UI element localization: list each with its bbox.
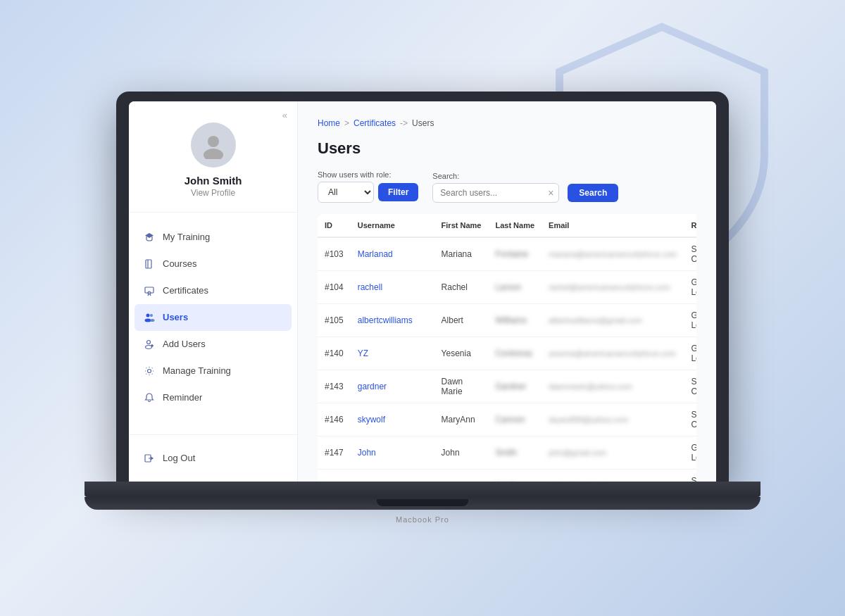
username-link[interactable]: YZ <box>358 348 368 358</box>
logout-button[interactable]: Log Out <box>143 446 283 470</box>
svg-point-0 <box>208 136 219 147</box>
cell-lastname: Smith <box>488 436 542 469</box>
main-content: Home > Certificates -> Users Users Show … <box>298 101 716 482</box>
cell-firstname: Mariana <box>434 237 489 271</box>
username-link[interactable]: rachell <box>358 282 382 292</box>
sidebar-collapse-btn[interactable]: « <box>282 110 287 120</box>
cell-email: yesenia@americansecurityforce.com <box>542 337 684 370</box>
cell-lastname: Fontaine <box>488 237 542 271</box>
sidebar-item-my-training[interactable]: My Training <box>129 224 297 251</box>
sidebar-item-users-label: Users <box>163 312 188 322</box>
table-row: #140 YZ Yesenia Contreras yesenia@americ… <box>318 337 696 370</box>
laptop-base <box>84 482 760 497</box>
logout-label: Log Out <box>163 453 195 463</box>
breadcrumb-home[interactable]: Home <box>318 118 340 128</box>
cell-username: james@gmail.com <box>351 469 434 482</box>
username-link[interactable]: John <box>358 448 376 458</box>
macbook-label: Macbook Pro <box>396 515 449 524</box>
cell-role: Security Officer <box>684 469 696 482</box>
svg-point-11 <box>148 369 151 372</box>
cell-username: albertcwilliams <box>351 303 434 337</box>
laptop-bottom <box>84 497 760 510</box>
laptop-screen-bezel: « John Smith View Profile <box>116 92 729 482</box>
cell-email: rachel@americansecurityforce.com <box>542 270 684 303</box>
table-row: #146 skywolf MaryAnn Cannon skywolf99@ya… <box>318 403 696 436</box>
sidebar-top: John Smith View Profile <box>129 101 297 213</box>
sidebar-item-certificates-label: Certificates <box>163 285 208 296</box>
col-lastname: Last Name <box>488 214 542 237</box>
svg-point-1 <box>204 149 223 159</box>
certificate-icon <box>143 284 156 297</box>
cell-lastname: Contreras <box>488 337 542 370</box>
role-select[interactable]: All Security Officer Group Leader <box>318 182 374 203</box>
laptop-screen: « John Smith View Profile <box>129 101 716 482</box>
svg-point-7 <box>150 314 153 317</box>
cell-lastname: Larson <box>488 270 542 303</box>
sidebar-footer: Log Out <box>129 434 297 482</box>
cell-firstname: Albert <box>434 303 489 337</box>
sidebar-item-reminder[interactable]: Reminder <box>129 384 297 411</box>
cell-email: mariana@americansecurityforce.com <box>542 237 684 271</box>
filters-row: Show users with role: All Security Offic… <box>318 170 696 203</box>
filter-button[interactable]: Filter <box>378 183 418 201</box>
cell-email: dawnmarie@yahoo.com <box>542 370 684 403</box>
cell-firstname: Yesenia <box>434 337 489 370</box>
username-link[interactable]: Marlanad <box>358 249 393 259</box>
sidebar-item-users[interactable]: Users <box>134 304 292 331</box>
col-firstname: First Name <box>434 214 489 237</box>
col-email: Email <box>542 214 684 237</box>
users-icon <box>143 311 156 324</box>
username-link[interactable]: gardner <box>358 382 387 391</box>
role-filter-label: Show users with role: <box>318 170 418 179</box>
svg-point-6 <box>145 318 151 322</box>
logout-icon <box>143 452 156 465</box>
cell-username: rachell <box>351 270 434 303</box>
search-filter-group: Search: × Search <box>432 172 618 203</box>
users-table: ID Username First Name Last Name Email R… <box>318 214 696 482</box>
search-label: Search: <box>432 172 618 180</box>
search-input[interactable] <box>432 183 559 203</box>
sidebar-item-add-users[interactable]: Add Users <box>129 331 297 358</box>
col-username: Username <box>351 214 434 237</box>
cell-lastname: Gardner <box>488 370 542 403</box>
table-row: #143 gardner Dawn Marie Gardner dawnmari… <box>318 370 696 403</box>
search-clear-icon[interactable]: × <box>548 187 553 199</box>
svg-rect-3 <box>145 287 154 293</box>
cell-id: #147 <box>318 436 351 469</box>
cell-firstname: James <box>434 469 489 482</box>
cell-role: Group Leader <box>684 337 696 370</box>
breadcrumb-certificates[interactable]: Certificates <box>353 118 396 128</box>
username-link[interactable]: skywolf <box>358 415 385 425</box>
settings-icon <box>143 365 156 377</box>
book-icon <box>143 258 156 270</box>
cell-email: albertcwilliams@gmail.com <box>542 303 684 337</box>
sidebar-item-reminder-label: Reminder <box>163 392 202 403</box>
sidebar-item-courses[interactable]: Courses <box>129 251 297 277</box>
view-profile-link[interactable]: View Profile <box>191 188 235 198</box>
table-row: #103 Marlanad Mariana Fontaine mariana@a… <box>318 237 696 271</box>
username-link[interactable]: albertcwilliams <box>358 315 413 325</box>
user-name: John Smith <box>184 175 242 187</box>
sidebar-item-add-users-label: Add Users <box>163 339 206 349</box>
search-button[interactable]: Search <box>568 184 618 202</box>
bell-icon <box>143 391 156 404</box>
cell-username: gardner <box>351 370 434 403</box>
cell-role: Group Leader <box>684 270 696 303</box>
cell-id: #149 <box>318 469 351 482</box>
cell-id: #104 <box>318 270 351 303</box>
cell-username: skywolf <box>351 403 434 436</box>
svg-rect-2 <box>146 260 151 268</box>
cell-id: #143 <box>318 370 351 403</box>
cell-id: #146 <box>318 403 351 436</box>
breadcrumb: Home > Certificates -> Users <box>318 118 696 128</box>
avatar <box>191 122 236 168</box>
cell-username: Marlanad <box>351 237 434 271</box>
cell-email: james@gmail.com <box>542 469 684 482</box>
cell-lastname: Cannon <box>488 403 542 436</box>
cell-email: skywolf99@yahoo.com <box>542 403 684 436</box>
cell-id: #140 <box>318 337 351 370</box>
sidebar-item-manage-training[interactable]: Manage Training <box>129 358 297 384</box>
table-container: ID Username First Name Last Name Email R… <box>318 214 696 482</box>
sidebar-item-certificates[interactable]: Certificates <box>129 277 297 304</box>
breadcrumb-sep2: -> <box>400 118 408 128</box>
